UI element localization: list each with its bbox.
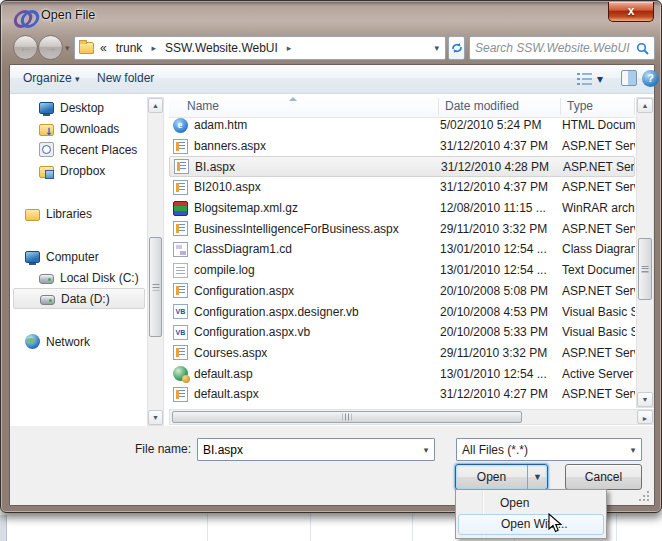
recent-pages-dropdown[interactable]: ▾	[65, 43, 70, 53]
menu-item-open[interactable]: Open	[456, 492, 606, 514]
file-row[interactable]: default.aspx 31/12/2010 4:27 PM ASP.NET …	[169, 384, 635, 405]
address-dropdown-icon[interactable]: ▾	[434, 43, 441, 53]
file-icon	[173, 221, 188, 236]
cancel-button[interactable]: Cancel	[565, 464, 642, 490]
file-row[interactable]: Configuration.aspx.designer.vb 20/10/200…	[169, 301, 635, 322]
file-date: 12/08/2010 11:15 ...	[440, 201, 562, 215]
sidebar-item-libraries[interactable]: Libraries	[13, 203, 145, 224]
sidebar-item-label: Recent Places	[60, 143, 137, 157]
sidebar-item-computer[interactable]: Computer	[13, 246, 145, 267]
file-type: ASP.NET Serv	[563, 160, 634, 174]
search-box[interactable]	[469, 36, 655, 60]
sidebar-item-dropbox[interactable]: Dropbox	[13, 160, 145, 181]
scroll-up-icon[interactable]: ▲	[148, 98, 163, 113]
scroll-down-icon[interactable]: ▼	[148, 410, 163, 425]
back-arrow-icon: ←	[19, 39, 33, 55]
file-row[interactable]: Configuration.aspx.vb 20/10/2008 5:33 PM…	[169, 322, 635, 343]
close-button[interactable]: x	[608, 2, 654, 22]
file-row[interactable]: default.asp 13/01/2010 12:54 ... Active …	[169, 363, 635, 384]
open-dropdown-icon[interactable]: ▼	[528, 465, 547, 489]
file-name-input[interactable]	[198, 443, 418, 457]
combo-dropdown-icon[interactable]: ▾	[418, 445, 434, 455]
sidebar-item-recent-places[interactable]: Recent Places	[13, 139, 145, 160]
sidebar-item-label: Desktop	[60, 101, 104, 115]
background-gridline	[616, 513, 617, 541]
sidebar-item-label: Data (D:)	[61, 292, 110, 306]
file-icon	[173, 345, 188, 360]
scrollbar-thumb[interactable]	[638, 238, 652, 300]
scroll-down-icon[interactable]: ▼	[637, 392, 653, 407]
file-name: compile.log	[194, 263, 440, 277]
desktop-icon	[39, 102, 54, 114]
file-icon	[173, 180, 188, 195]
change-view-button[interactable]: ▾	[577, 70, 615, 88]
file-name-combobox[interactable]: ▾	[197, 438, 435, 461]
sidebar-item-data-d[interactable]: Data (D:)	[13, 288, 145, 309]
column-divider[interactable]	[634, 98, 635, 115]
organize-button[interactable]: Organize ▾	[23, 71, 80, 85]
folder-icon	[79, 42, 94, 54]
resize-grip[interactable]	[635, 489, 651, 503]
menu-item-open-with[interactable]: Open With...	[458, 514, 604, 535]
libraries-icon	[25, 209, 40, 221]
file-list: Name Date modified Type adam.htm 5/02/20…	[169, 96, 635, 408]
sidebar-item-network[interactable]: Network	[13, 331, 145, 352]
open-button[interactable]: Open	[456, 465, 528, 489]
file-type-combobox[interactable]: All Files (*.*) ▾	[456, 438, 642, 461]
file-row-selected[interactable]: BI.aspx 31/12/2010 4:28 PM ASP.NET Serv	[169, 156, 635, 177]
sidebar-scrollbar[interactable]: ▲ ▼	[147, 97, 164, 426]
breadcrumb-separator-icon: ▸	[149, 43, 158, 53]
back-button[interactable]: ←	[13, 35, 38, 60]
column-header-type[interactable]: Type	[561, 96, 635, 117]
file-list-vertical-scrollbar[interactable]: ▲ ▼	[636, 97, 654, 408]
search-input[interactable]	[475, 41, 636, 55]
breadcrumb-item-trunk[interactable]: trunk	[113, 37, 146, 59]
forward-button[interactable]: →	[38, 35, 63, 60]
file-row[interactable]: Blogsitemap.xml.gz 12/08/2010 11:15 ... …	[169, 198, 635, 219]
file-date: 31/12/2010 4:37 PM	[440, 180, 562, 194]
file-icon	[173, 201, 188, 216]
new-folder-button[interactable]: New folder	[97, 71, 154, 85]
organize-dropdown-icon: ▾	[75, 74, 80, 84]
sidebar-item-local-disk-c[interactable]: Local Disk (C:)	[13, 267, 145, 288]
file-row[interactable]: compile.log 13/01/2010 12:54 ... Text Do…	[169, 260, 635, 281]
file-name: default.aspx	[194, 387, 440, 401]
sidebar-item-desktop[interactable]: Desktop	[13, 97, 145, 118]
file-type: ASP.NET Serv	[562, 139, 635, 153]
title-bar[interactable]: Open File	[1, 1, 661, 31]
background-gridline	[310, 513, 311, 541]
file-name: BI.aspx	[195, 160, 441, 174]
file-row[interactable]: banners.aspx 31/12/2010 4:37 PM ASP.NET …	[169, 136, 635, 157]
sidebar-item-downloads[interactable]: Downloads	[13, 118, 145, 139]
background-gridline	[412, 513, 413, 541]
refresh-button[interactable]	[448, 36, 465, 60]
file-name: Configuration.aspx.vb	[194, 325, 440, 339]
file-row[interactable]: adam.htm 5/02/2010 5:24 PM HTML Docum	[169, 115, 635, 136]
file-list-horizontal-scrollbar[interactable]: ►	[169, 409, 654, 425]
file-row[interactable]: BusinessIntelligenceForBusiness.aspx 29/…	[169, 218, 635, 239]
file-name: BusinessIntelligenceForBusiness.aspx	[194, 222, 440, 236]
file-row[interactable]: Configuration.aspx 20/10/2008 5:08 PM AS…	[169, 281, 635, 302]
help-button[interactable]: ?	[642, 70, 659, 87]
file-row[interactable]: BI2010.aspx 31/12/2010 4:37 PM ASP.NET S…	[169, 177, 635, 198]
breadcrumb-overflow-chevron[interactable]: «	[98, 41, 109, 55]
scrollbar-thumb[interactable]	[172, 411, 522, 423]
sidebar-item-label: Libraries	[46, 207, 92, 221]
refresh-icon	[451, 42, 463, 54]
address-bar[interactable]: « trunk ▸ SSW.Website.WebUI ▸ ▾	[74, 36, 446, 60]
combo-dropdown-icon[interactable]: ▾	[625, 445, 641, 455]
scroll-up-icon[interactable]: ▲	[637, 98, 653, 113]
file-row[interactable]: ClassDiagram1.cd 13/01/2010 12:54 ... Cl…	[169, 239, 635, 260]
file-row[interactable]: Courses.aspx 29/11/2010 3:32 PM ASP.NET …	[169, 343, 635, 364]
preview-pane-button[interactable]	[621, 70, 637, 86]
file-type: ASP.NET Serv	[562, 387, 635, 401]
breadcrumb-item-webui[interactable]: SSW.Website.WebUI	[162, 37, 281, 59]
scroll-right-icon[interactable]: ►	[637, 410, 653, 424]
sidebar-item-label: Computer	[46, 250, 99, 264]
column-header-name[interactable]: Name	[169, 96, 439, 117]
file-icon	[173, 118, 188, 133]
organize-label: Organize	[23, 71, 72, 85]
file-type: ASP.NET Serv	[562, 180, 635, 194]
scrollbar-thumb[interactable]	[149, 237, 162, 337]
column-header-date-modified[interactable]: Date modified	[439, 96, 561, 117]
